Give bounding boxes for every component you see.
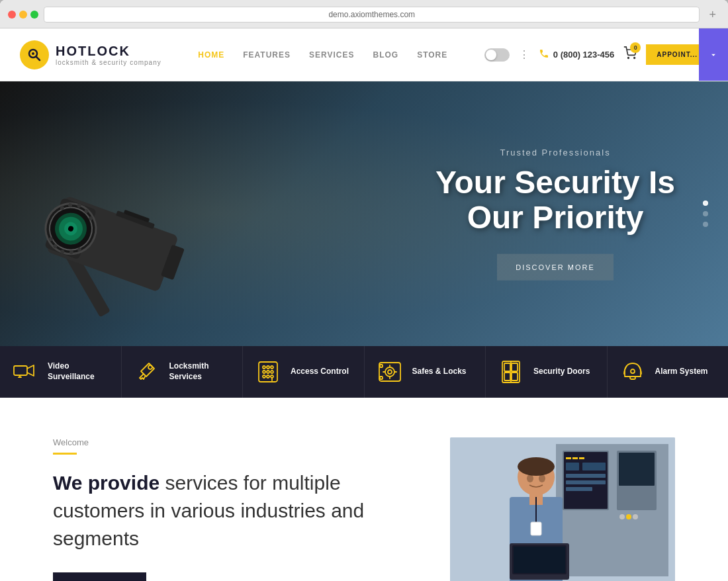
dropdown-button[interactable]	[699, 28, 728, 81]
svg-point-48	[388, 370, 392, 374]
more-menu-button[interactable]: ⋮	[519, 48, 529, 61]
welcome-section: Welcome We provide services for multiple…	[0, 398, 728, 581]
welcome-underline	[53, 453, 77, 455]
hero-title: Your Security Is Our Priority	[435, 165, 675, 236]
service-security-doors-label: Security Doors	[533, 367, 590, 377]
welcome-image	[450, 437, 675, 581]
address-bar[interactable]: demo.axiomthemes.com	[44, 7, 700, 22]
logo-tagline: locksmith & security company	[56, 59, 161, 66]
maximize-dot[interactable]	[30, 11, 38, 19]
svg-rect-87	[531, 522, 541, 535]
service-access-control[interactable]: Access Control	[243, 346, 365, 398]
toggle-switch[interactable]	[484, 48, 510, 62]
phone-number: 0 (800) 123-456	[553, 50, 615, 60]
svg-point-85	[539, 474, 545, 482]
svg-point-47	[385, 367, 394, 377]
website: HOTLOCK locksmith & security company HOM…	[0, 28, 728, 581]
svg-rect-71	[582, 463, 606, 470]
alarm-system-icon	[619, 361, 646, 383]
locksmith-icon	[134, 362, 160, 382]
svg-point-3	[628, 58, 629, 59]
services-bar: Video Surveillance Locksmith Services	[0, 346, 728, 398]
browser-window: demo.axiomthemes.com + HOTLOCK locksmith…	[0, 0, 728, 581]
logo-area[interactable]: HOTLOCK locksmith & security company	[20, 40, 161, 69]
svg-point-37	[267, 366, 269, 369]
hero-navigation-dots	[703, 201, 708, 227]
svg-rect-56	[504, 363, 510, 371]
access-control-icon	[255, 361, 281, 383]
cart-badge: 0	[630, 42, 641, 53]
nav-services[interactable]: SERVICES	[309, 50, 354, 60]
svg-point-34	[148, 365, 152, 369]
svg-line-2	[36, 56, 40, 60]
service-video-surveillance[interactable]: Video Surveillance	[0, 346, 122, 398]
svg-point-4	[634, 58, 635, 59]
svg-point-43	[267, 375, 269, 378]
svg-point-40	[267, 371, 269, 373]
service-safes-locks-label: Safes & Locks	[412, 367, 467, 377]
video-surveillance-icon	[12, 363, 38, 381]
hero-dot-3[interactable]	[703, 222, 708, 227]
technician-photo	[450, 437, 675, 581]
phone-icon	[539, 48, 549, 62]
hero-content: Trusted Professionals Your Security Is O…	[435, 148, 675, 281]
hero-subtitle: Trusted Professionals	[435, 148, 675, 157]
minimize-dot[interactable]	[19, 11, 27, 19]
svg-rect-74	[566, 487, 592, 491]
welcome-content-left: Welcome We provide services for multiple…	[53, 437, 410, 581]
logo-icon	[20, 40, 49, 69]
svg-rect-90	[514, 547, 565, 573]
browser-chrome: demo.axiomthemes.com +	[0, 0, 728, 28]
svg-rect-72	[566, 474, 606, 478]
service-alarm-system[interactable]: Alarm System	[608, 346, 729, 398]
svg-rect-69	[579, 457, 584, 459]
svg-rect-31	[14, 366, 27, 375]
new-tab-button[interactable]: +	[705, 8, 720, 22]
service-locksmith-label: Locksmith Services	[169, 361, 209, 382]
logo-name: HOTLOCK	[56, 44, 161, 59]
phone-area: 0 (800) 123-456	[539, 48, 615, 62]
service-alarm-system-label: Alarm System	[655, 367, 708, 377]
svg-rect-70	[566, 463, 579, 470]
nav-store[interactable]: STORE	[417, 50, 447, 60]
close-dot[interactable]	[8, 11, 16, 19]
svg-rect-57	[512, 363, 518, 371]
svg-rect-59	[512, 373, 518, 380]
svg-point-77	[619, 514, 625, 519]
service-security-doors[interactable]: Security Doors	[486, 346, 608, 398]
security-doors-icon	[498, 361, 524, 383]
read-more-button[interactable]: READ MORE	[53, 572, 146, 581]
service-locksmith[interactable]: Locksmith Services	[122, 346, 244, 398]
svg-point-1	[32, 52, 34, 55]
svg-rect-73	[566, 480, 606, 484]
service-video-surveillance-label: Video Surveillance	[48, 361, 95, 382]
svg-point-79	[633, 514, 638, 519]
service-safes-locks[interactable]: Safes & Locks	[365, 346, 486, 398]
svg-point-78	[626, 514, 631, 519]
nav-features[interactable]: FEATURES	[243, 50, 291, 60]
svg-point-42	[263, 375, 265, 378]
svg-rect-67	[566, 457, 571, 459]
cart-button[interactable]: 0	[623, 46, 637, 63]
main-nav: HOME FEATURES SERVICES BLOG STORE	[161, 50, 484, 60]
header: HOTLOCK locksmith & security company HOM…	[0, 28, 728, 81]
browser-dots	[8, 11, 38, 19]
svg-rect-61	[630, 377, 635, 379]
hero-camera-image	[0, 81, 400, 346]
hero-dot-1[interactable]	[703, 201, 708, 206]
hero-dot-2[interactable]	[703, 211, 708, 216]
discover-more-button[interactable]: DISCOVER MORE	[497, 253, 614, 280]
welcome-label: Welcome	[53, 437, 410, 447]
svg-rect-53	[380, 365, 383, 367]
svg-point-62	[631, 369, 635, 373]
svg-point-38	[271, 366, 273, 369]
nav-home[interactable]: HOME	[198, 50, 224, 60]
hero-section: Trusted Professionals Your Security Is O…	[0, 81, 728, 346]
svg-rect-68	[572, 457, 578, 459]
svg-point-84	[527, 474, 533, 482]
nav-blog[interactable]: BLOG	[373, 50, 398, 60]
logo-text: HOTLOCK locksmith & security company	[56, 44, 161, 66]
svg-rect-54	[380, 377, 383, 379]
svg-point-36	[263, 366, 265, 369]
svg-point-41	[271, 371, 273, 373]
